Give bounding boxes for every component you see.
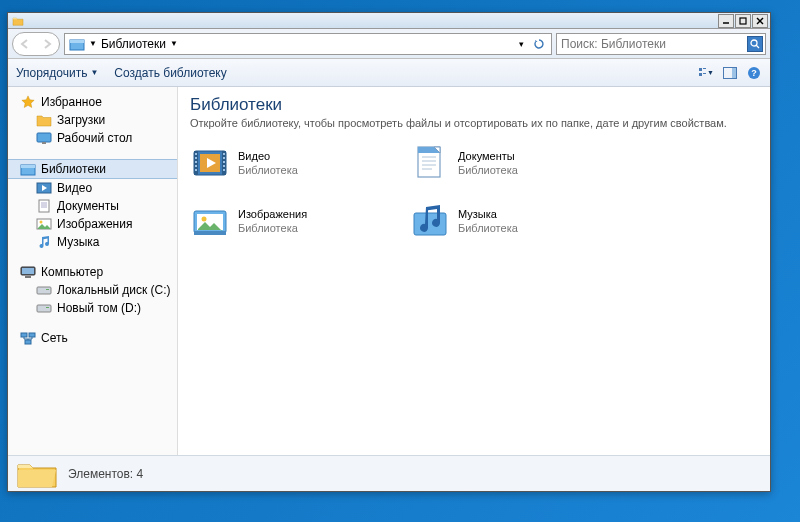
content-pane: Библиотеки Откройте библиотеку, чтобы пр… bbox=[178, 87, 770, 455]
svg-point-59 bbox=[202, 217, 207, 222]
svg-rect-9 bbox=[703, 68, 706, 69]
status-text: Элементов: 4 bbox=[68, 467, 143, 481]
music-library-icon bbox=[410, 201, 450, 241]
breadcrumb-text[interactable]: Библиотеки bbox=[101, 37, 166, 51]
page-subtitle: Откройте библиотеку, чтобы просмотреть ф… bbox=[190, 117, 758, 129]
svg-rect-46 bbox=[223, 157, 225, 159]
nav-buttons bbox=[12, 32, 60, 56]
documents-library-icon bbox=[410, 143, 450, 183]
sidebar-libraries[interactable]: Библиотеки bbox=[8, 159, 177, 179]
svg-rect-60 bbox=[194, 231, 226, 235]
chevron-down-icon: ▼ bbox=[90, 68, 98, 77]
new-library-button[interactable]: Создать библиотеку bbox=[114, 66, 226, 80]
view-options-button[interactable]: ▼ bbox=[698, 65, 714, 81]
svg-line-7 bbox=[756, 45, 759, 48]
sidebar-network[interactable]: Сеть bbox=[8, 329, 177, 347]
status-bar: Элементов: 4 bbox=[8, 455, 770, 491]
svg-rect-44 bbox=[195, 169, 197, 171]
library-item-music[interactable]: МузыкаБиблиотека bbox=[410, 201, 630, 241]
library-item-pictures[interactable]: ИзображенияБиблиотека bbox=[190, 201, 410, 241]
folder-icon bbox=[36, 113, 52, 127]
sidebar-item-disk-c[interactable]: Локальный диск (C:) bbox=[8, 281, 177, 299]
svg-rect-32 bbox=[37, 305, 51, 312]
svg-rect-48 bbox=[223, 165, 225, 167]
page-title: Библиотеки bbox=[190, 95, 758, 115]
command-bar: Упорядочить▼ Создать библиотеку ▼ ? bbox=[8, 59, 770, 87]
body: Избранное Загрузки Рабочий стол Библиоте… bbox=[8, 87, 770, 455]
network-icon bbox=[20, 331, 36, 345]
svg-rect-16 bbox=[37, 133, 51, 142]
svg-rect-17 bbox=[42, 142, 46, 144]
sidebar-item-downloads[interactable]: Загрузки bbox=[8, 111, 177, 129]
svg-rect-8 bbox=[699, 68, 702, 71]
star-icon bbox=[20, 95, 36, 109]
svg-rect-29 bbox=[25, 276, 31, 278]
computer-icon bbox=[20, 265, 36, 279]
svg-rect-41 bbox=[195, 157, 197, 159]
sidebar-favorites[interactable]: Избранное bbox=[8, 93, 177, 111]
sidebar-item-desktop[interactable]: Рабочий стол bbox=[8, 129, 177, 147]
forward-button[interactable] bbox=[36, 34, 58, 54]
search-input[interactable]: Поиск: Библиотеки bbox=[556, 33, 766, 55]
svg-rect-42 bbox=[195, 161, 197, 163]
titlebar bbox=[8, 13, 770, 29]
svg-point-26 bbox=[40, 221, 43, 224]
music-icon bbox=[36, 235, 52, 249]
svg-rect-10 bbox=[699, 73, 702, 76]
minimize-button[interactable] bbox=[718, 14, 734, 28]
sidebar-item-disk-d[interactable]: Новый том (D:) bbox=[8, 299, 177, 317]
svg-rect-30 bbox=[37, 287, 51, 294]
svg-rect-40 bbox=[195, 153, 197, 155]
svg-rect-35 bbox=[29, 333, 35, 337]
sidebar-item-documents[interactable]: Документы bbox=[8, 197, 177, 215]
refresh-button[interactable] bbox=[531, 38, 547, 50]
svg-rect-11 bbox=[703, 73, 706, 74]
svg-rect-5 bbox=[70, 40, 84, 43]
maximize-button[interactable] bbox=[735, 14, 751, 28]
sidebar-computer[interactable]: Компьютер bbox=[8, 263, 177, 281]
sidebar-item-pictures[interactable]: Изображения bbox=[8, 215, 177, 233]
video-library-icon bbox=[190, 143, 230, 183]
search-placeholder: Поиск: Библиотеки bbox=[561, 37, 666, 51]
back-button[interactable] bbox=[14, 34, 36, 54]
organize-menu[interactable]: Упорядочить▼ bbox=[16, 66, 98, 80]
video-icon bbox=[36, 181, 52, 195]
svg-rect-19 bbox=[21, 165, 35, 168]
svg-rect-34 bbox=[21, 333, 27, 337]
svg-rect-31 bbox=[46, 289, 49, 290]
search-button[interactable] bbox=[747, 36, 763, 52]
library-item-documents[interactable]: ДокументыБиблиотека bbox=[410, 143, 630, 183]
libraries-icon bbox=[20, 162, 36, 176]
svg-rect-61 bbox=[414, 213, 446, 235]
svg-rect-21 bbox=[39, 200, 49, 212]
document-icon bbox=[36, 199, 52, 213]
folder-large-icon bbox=[16, 459, 58, 489]
svg-rect-33 bbox=[46, 307, 49, 308]
close-button[interactable] bbox=[752, 14, 768, 28]
preview-pane-button[interactable] bbox=[722, 65, 738, 81]
help-button[interactable]: ? bbox=[746, 65, 762, 81]
svg-rect-47 bbox=[223, 161, 225, 163]
history-dropdown-icon[interactable]: ▾ bbox=[513, 39, 529, 49]
svg-rect-1 bbox=[740, 18, 746, 24]
svg-rect-36 bbox=[25, 340, 31, 344]
breadcrumb-bar[interactable]: ▼ Библиотеки ▼ ▾ bbox=[64, 33, 552, 55]
explorer-window: ▼ Библиотеки ▼ ▾ Поиск: Библиотеки Упоря… bbox=[7, 12, 771, 492]
sidebar-item-videos[interactable]: Видео bbox=[8, 179, 177, 197]
svg-rect-45 bbox=[223, 153, 225, 155]
svg-rect-43 bbox=[195, 165, 197, 167]
disk-icon bbox=[36, 301, 52, 315]
svg-rect-49 bbox=[223, 169, 225, 171]
breadcrumb-dropdown-icon[interactable]: ▼ bbox=[89, 39, 97, 48]
libraries-icon bbox=[69, 37, 85, 51]
address-bar: ▼ Библиотеки ▼ ▾ Поиск: Библиотеки bbox=[8, 29, 770, 59]
disk-icon bbox=[36, 283, 52, 297]
sidebar-item-music[interactable]: Музыка bbox=[8, 233, 177, 251]
svg-rect-13 bbox=[732, 68, 736, 78]
pictures-library-icon bbox=[190, 201, 230, 241]
pictures-icon bbox=[36, 217, 52, 231]
library-item-videos[interactable]: ВидеоБиблиотека bbox=[190, 143, 410, 183]
breadcrumb-chevron-icon[interactable]: ▼ bbox=[170, 39, 178, 48]
folder-icon bbox=[12, 16, 24, 26]
svg-text:?: ? bbox=[751, 68, 757, 78]
